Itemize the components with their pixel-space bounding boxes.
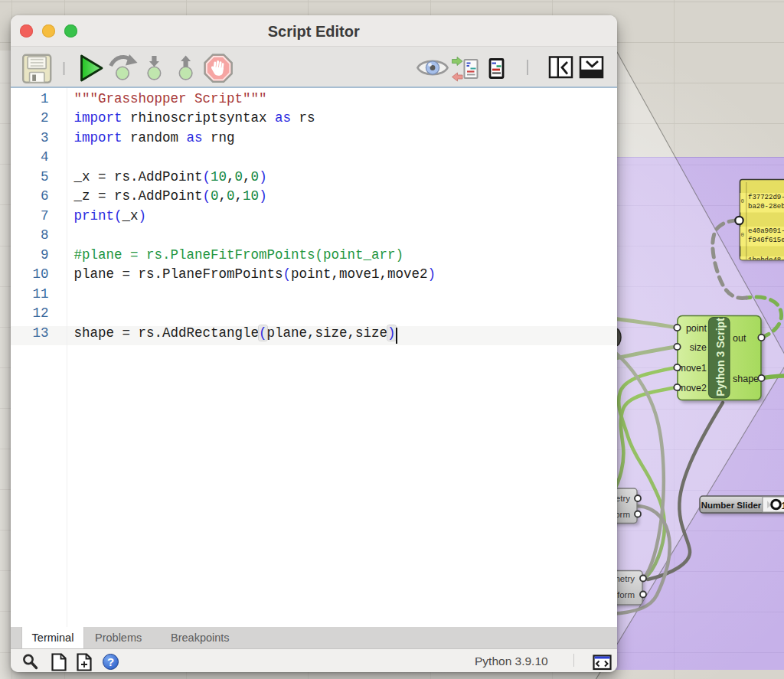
svg-text:point: point [686,323,707,334]
svg-text:ba20-28ebb: ba20-28ebb [748,203,784,211]
svg-text:1: 1 [782,500,784,511]
svg-text:Python 3 Script: Python 3 Script [714,318,727,397]
svg-text:out: out [733,333,746,344]
svg-text:Number Slider: Number Slider [701,501,762,510]
svg-text:e40a9091-a: e40a9091-a [748,227,784,235]
svg-text:move1: move1 [678,363,707,374]
svg-text:f37722d9-7: f37722d9-7 [748,194,784,201]
svg-text:f946f615ef: f946f615ef [748,237,784,244]
svg-text:0: 0 [741,232,745,238]
svg-text:move2: move2 [678,383,707,393]
svg-text:0: 0 [741,198,745,204]
svg-text:?: ? [107,655,114,668]
svg-text:size: size [690,342,707,353]
svg-text:shape: shape [733,374,759,384]
